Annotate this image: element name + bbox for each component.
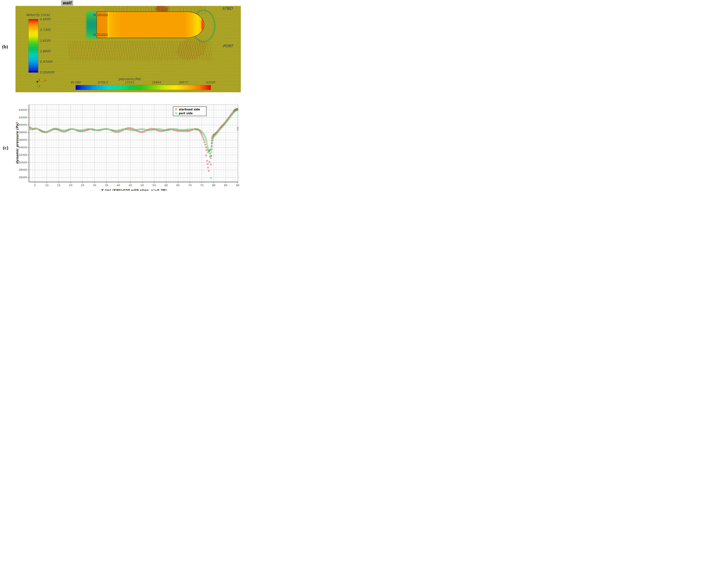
svg-text:34000: 34000 bbox=[19, 146, 27, 149]
pressure-chart: 5101520253035404550556065707580859026000… bbox=[12, 102, 243, 191]
svg-text:5: 5 bbox=[34, 184, 36, 187]
svg-text:55: 55 bbox=[153, 184, 156, 187]
pressure-tick: 8708.0 bbox=[94, 81, 112, 84]
velocity-colorbar bbox=[28, 19, 38, 73]
svg-text:30000: 30000 bbox=[19, 161, 27, 164]
panel-c-label: (c) bbox=[3, 145, 8, 151]
svg-text:30: 30 bbox=[93, 184, 96, 187]
svg-text:80: 80 bbox=[212, 184, 216, 187]
svg-text:50: 50 bbox=[140, 184, 144, 187]
velocity-tick: 4.6500 bbox=[40, 17, 51, 21]
svg-text:26000: 26000 bbox=[19, 176, 27, 179]
wall-label: wall bbox=[61, 0, 73, 6]
svg-text:45: 45 bbox=[129, 184, 132, 187]
svg-text:85: 85 bbox=[224, 184, 228, 187]
svg-text:starboad side: starboad side bbox=[179, 108, 200, 111]
svg-text:y: y bbox=[39, 84, 41, 87]
svg-text:X (m) (KNU-020 with skeg, y: X (m) (KNU-020 with skeg, y'=0.2B) bbox=[101, 189, 166, 191]
svg-text:44000: 44000 bbox=[19, 109, 27, 112]
svg-text:port side: port side bbox=[179, 112, 193, 115]
svg-text:40000: 40000 bbox=[19, 123, 27, 126]
stbd-label: STBD bbox=[222, 6, 233, 11]
svg-text:z: z bbox=[39, 79, 40, 81]
svg-text:32000: 32000 bbox=[19, 153, 27, 156]
pressure-tick: 85.000 bbox=[66, 81, 85, 84]
svg-text:28000: 28000 bbox=[19, 168, 27, 171]
shaft-strut-starboard bbox=[95, 14, 108, 16]
pressure-tick: 25954. bbox=[147, 81, 166, 84]
velocity-tick: 0.97000 bbox=[40, 60, 52, 64]
velocity-tick: 2.8100 bbox=[40, 39, 51, 43]
svg-text:35: 35 bbox=[105, 184, 108, 187]
bow-stagnation-spot bbox=[201, 19, 203, 31]
axis-triad-icon: z x y bbox=[35, 79, 47, 91]
velocity-tick: 1.8900 bbox=[40, 50, 51, 53]
svg-text:20: 20 bbox=[69, 184, 72, 187]
pressure-tick: 43200. bbox=[202, 81, 220, 84]
svg-text:38000: 38000 bbox=[19, 131, 27, 134]
ship-hull bbox=[97, 11, 204, 38]
svg-text:60: 60 bbox=[164, 184, 168, 187]
svg-text:36000: 36000 bbox=[19, 138, 27, 141]
svg-text:10: 10 bbox=[45, 184, 49, 187]
svg-text:70: 70 bbox=[188, 184, 192, 187]
pressure-colorbar bbox=[76, 85, 211, 90]
cfd-panel: STBD PORT Velocity (m/s) 4.6500 3.7300 2… bbox=[15, 6, 241, 92]
svg-text:75: 75 bbox=[200, 184, 204, 187]
svg-text:42000: 42000 bbox=[19, 116, 27, 119]
figure-page: { "labels": { "panel_b": "(b)", "panel_c… bbox=[0, 0, 243, 191]
svg-text:40: 40 bbox=[117, 184, 120, 187]
velocity-tick: 3.7300 bbox=[40, 28, 51, 32]
svg-text:x: x bbox=[44, 79, 46, 81]
svg-text:dynamic pressure (Pa): dynamic pressure (Pa) bbox=[15, 123, 19, 164]
svg-text:90: 90 bbox=[236, 184, 239, 187]
velocity-legend-title: Velocity (m/s) bbox=[26, 13, 50, 17]
shaft-strut-port bbox=[95, 34, 108, 35]
pressure-legend-title: pdynamic(Pa) bbox=[105, 77, 154, 81]
velocity-tick: 0.050000 bbox=[40, 71, 54, 74]
pressure-tick: 34577. bbox=[175, 81, 193, 84]
svg-text:15: 15 bbox=[57, 184, 61, 187]
svg-text:65: 65 bbox=[176, 184, 180, 187]
port-label: PORT bbox=[223, 44, 233, 48]
svg-text:25: 25 bbox=[81, 184, 84, 187]
panel-b-label: (b) bbox=[2, 44, 8, 50]
pressure-tick: 17331. bbox=[120, 81, 139, 84]
